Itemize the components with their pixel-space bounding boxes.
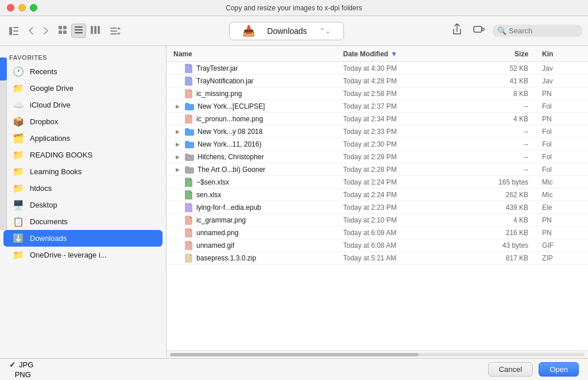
- table-row[interactable]: unnamed.gif Today at 6:08 AM 43 bytes GI…: [167, 239, 588, 252]
- folder-icon: [185, 166, 194, 174]
- icon-view-button[interactable]: [55, 24, 70, 38]
- file-size-cell: 52 KB: [467, 64, 535, 72]
- tag-button[interactable]: [470, 23, 488, 39]
- file-spacer: [173, 204, 181, 212]
- svg-rect-7: [63, 30, 67, 34]
- table-row[interactable]: ▶ New York...11, 2016) Today at 2:30 PM …: [167, 138, 588, 151]
- file-date-cell: Today at 6:08 AM: [336, 241, 467, 250]
- file-name-label: ic_missing.png: [196, 90, 242, 98]
- sidebar-item-learning-books[interactable]: 📁 Learning Books: [3, 163, 163, 180]
- file-date-cell: Today at 2:58 PM: [336, 90, 467, 98]
- file-icon: [185, 89, 193, 98]
- sidebar-item-onedrive[interactable]: 📁 OneDrive - leverage i...: [3, 247, 163, 263]
- file-size-cell: --: [467, 166, 535, 174]
- share-button[interactable]: [449, 22, 465, 40]
- file-name-label: TrayNotification.jar: [196, 77, 254, 85]
- col-header-kind[interactable]: Kin: [535, 46, 588, 62]
- format-option-png[interactable]: PNG: [9, 370, 33, 379]
- file-name-cell: ▶ The Art O...bi) Gooner: [167, 166, 336, 174]
- table-row[interactable]: ▶ The Art O...bi) Gooner Today at 2:28 P…: [167, 163, 588, 176]
- sidebar-item-google-drive[interactable]: 📁 Google Drive: [3, 80, 163, 97]
- bottom-bar: ✓ JPG PNG Cancel Open: [0, 358, 588, 380]
- cancel-button[interactable]: Cancel: [488, 362, 533, 377]
- file-size-cell: 4 KB: [467, 216, 535, 224]
- sort-arrow-icon: ▼: [390, 50, 397, 58]
- col-header-date[interactable]: Date Modified ▼: [336, 46, 467, 62]
- file-name-cell: unnamed.png: [167, 228, 336, 237]
- table-row[interactable]: ▶ New York...[ECLiPSE] Today at 2:37 PM …: [167, 100, 588, 113]
- folder-toggle-icon[interactable]: ▶: [173, 140, 181, 148]
- sidebar-item-dropbox[interactable]: 📦 Dropbox: [3, 113, 163, 130]
- folder-toggle-icon[interactable]: ▶: [173, 128, 181, 136]
- minimize-button[interactable]: [18, 4, 26, 11]
- scroll-thumb[interactable]: [170, 353, 419, 356]
- format-option-jpg[interactable]: ✓ JPG: [9, 360, 33, 369]
- maximize-button[interactable]: [30, 4, 37, 11]
- table-row[interactable]: TrayTester.jar Today at 4:30 PM 52 KB Ja…: [167, 62, 588, 75]
- location-pill[interactable]: 📥 Downloads ⌃⌄: [229, 22, 344, 40]
- search-input[interactable]: [509, 26, 578, 35]
- back-button[interactable]: [25, 25, 37, 37]
- table-row[interactable]: sen.xlsx Today at 2:24 PM 262 KB Mic: [167, 189, 588, 201]
- forward-button[interactable]: [40, 25, 52, 37]
- sidebar-item-documents[interactable]: 📋 Documents: [3, 213, 163, 230]
- svg-rect-15: [110, 30, 117, 32]
- list-view-button[interactable]: [71, 24, 86, 38]
- table-row[interactable]: ic_grammar.png Today at 2:10 PM 4 KB PN: [167, 214, 588, 227]
- table-row[interactable]: ~$sen.xlsx Today at 2:24 PM 165 bytes Mi…: [167, 176, 588, 189]
- sidebar-item-htdocs[interactable]: 📁 htdocs: [3, 180, 163, 197]
- file-name-cell: lying-for-f...edia.epub: [167, 203, 336, 212]
- file-kind-cell: Fol: [535, 102, 588, 110]
- open-button[interactable]: Open: [539, 362, 579, 377]
- sidebar-item-icon-htdocs: 📁: [13, 183, 24, 194]
- file-name-label: New York...[ECLiPSE]: [198, 102, 265, 110]
- table-row[interactable]: unnamed.png Today at 6:09 AM 216 KB PN: [167, 227, 588, 239]
- svg-rect-2: [13, 30, 18, 32]
- table-row[interactable]: basepress.1.3.0.zip Today at 5:21 AM 817…: [167, 252, 588, 264]
- search-icon: 🔍: [497, 26, 506, 35]
- sidebar-item-reading-books[interactable]: 📁 READING BOOKS: [3, 147, 163, 163]
- sidebar-item-downloads[interactable]: ⬇️ Downloads: [3, 230, 163, 247]
- table-row[interactable]: ▶ New York...y 08 2018 Today at 2:33 PM …: [167, 125, 588, 138]
- folder-toggle-icon[interactable]: ▶: [173, 102, 181, 110]
- format-label-jpg: JPG: [19, 360, 33, 369]
- sidebar-item-label-desktop: Desktop: [30, 201, 57, 209]
- table-row[interactable]: TrayNotification.jar Today at 4:28 PM 41…: [167, 75, 588, 87]
- folder-toggle-icon[interactable]: ▶: [173, 153, 181, 161]
- column-view-button[interactable]: [87, 24, 103, 38]
- file-kind-cell: Fol: [535, 166, 588, 174]
- arrange-button[interactable]: [107, 25, 124, 37]
- col-header-name[interactable]: Name: [167, 46, 336, 62]
- table-row[interactable]: ic_missing.png Today at 2:58 PM 8 KB PN: [167, 87, 588, 100]
- close-button[interactable]: [7, 4, 14, 11]
- horizontal-scrollbar[interactable]: [167, 350, 588, 358]
- file-kind-cell: Ele: [535, 204, 588, 212]
- file-name-label: New York...11, 2016): [198, 140, 261, 148]
- title-bar: Copy and resize your images to x-dpi fol…: [0, 0, 588, 16]
- table-row[interactable]: ic_pronun...home.png Today at 2:34 PM 4 …: [167, 113, 588, 125]
- sidebar-item-label-reading-books: READING BOOKS: [30, 151, 92, 159]
- scroll-track[interactable]: [170, 353, 585, 356]
- table-row[interactable]: lying-for-f...edia.epub Today at 2:23 PM…: [167, 201, 588, 214]
- sidebar-item-applications[interactable]: 🗂️ Applications: [3, 130, 163, 147]
- col-header-size[interactable]: Size: [467, 46, 535, 62]
- sidebar-item-icloud-drive[interactable]: ☁️ iCloud Drive: [3, 97, 163, 113]
- file-icon: [185, 190, 193, 199]
- format-check-png: [9, 370, 11, 379]
- sidebar-item-recents[interactable]: 🕐 Recents: [3, 63, 163, 80]
- search-box[interactable]: 🔍: [493, 25, 582, 37]
- file-name-cell: unnamed.gif: [167, 241, 336, 250]
- table-row[interactable]: ▶ Hitchens, Christopher Today at 2:29 PM…: [167, 151, 588, 163]
- sidebar-items-container: 🕐 Recents 📁 Google Drive ☁️ iCloud Drive…: [0, 63, 166, 263]
- folder-toggle-icon[interactable]: ▶: [173, 166, 181, 174]
- file-kind-cell: PN: [535, 115, 588, 123]
- sidebar-item-desktop[interactable]: 🖥️ Desktop: [3, 197, 163, 213]
- file-date-cell: Today at 2:28 PM: [336, 166, 467, 174]
- location-folder-icon: 📥: [242, 25, 255, 37]
- svg-rect-9: [75, 29, 83, 30]
- window-controls[interactable]: [7, 4, 37, 11]
- sidebar-toggle-button[interactable]: [6, 25, 22, 37]
- sidebar-icon: [9, 27, 18, 35]
- file-list: TrayTester.jar Today at 4:30 PM 52 KB Ja…: [167, 62, 588, 350]
- file-spacer: [173, 90, 181, 98]
